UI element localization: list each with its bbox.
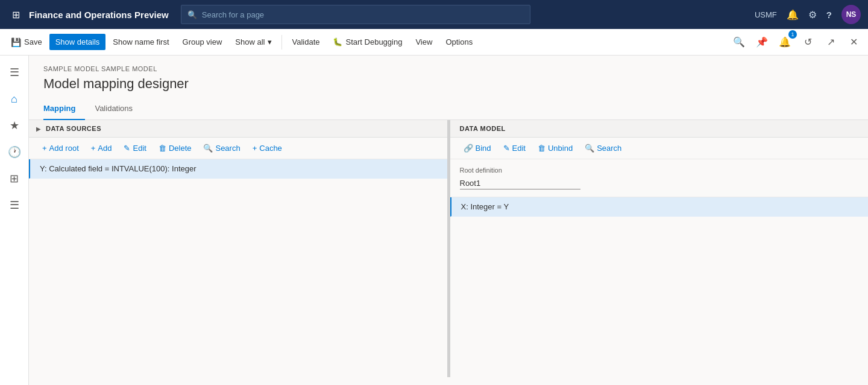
tab-validations[interactable]: Validations [95, 99, 142, 120]
debug-icon: 🐛 [333, 37, 342, 46]
data-model-list: X: Integer = Y [450, 197, 869, 217]
waffle-menu-icon[interactable]: ⊞ [7, 6, 24, 23]
sidebar-recent-icon[interactable]: 🕐 [2, 140, 27, 164]
data-sources-list: Y: Calculated field = INTVALUE(100): Int… [29, 159, 447, 179]
search-dm-icon: 🔍 [585, 144, 594, 153]
search-ds-button[interactable]: 🔍 Search [197, 141, 246, 155]
sidebar-home-icon[interactable]: ⌂ [2, 87, 27, 111]
notification-badge-count: 1 [788, 30, 797, 39]
save-icon: 💾 [11, 37, 21, 47]
panels-container: ▶ DATA SOURCES + Add root + Add ✎ E [29, 120, 868, 377]
options-button[interactable]: Options [439, 34, 479, 50]
delete-button[interactable]: 🗑 Delete [153, 141, 198, 155]
show-name-first-button[interactable]: Show name first [107, 34, 175, 50]
close-icon[interactable]: ✕ [844, 33, 863, 52]
show-all-button[interactable]: Show all ▾ [229, 34, 278, 50]
user-avatar[interactable]: NS [841, 5, 861, 24]
sidebar-workspaces-icon[interactable]: ⊞ [2, 167, 27, 191]
sidebar-modules-icon[interactable]: ☰ [2, 193, 27, 217]
data-sources-header: DATA SOURCES [46, 125, 101, 132]
bind-button[interactable]: 🔗 Bind [458, 141, 497, 155]
unbind-icon: 🗑 [538, 144, 546, 153]
notification-icon[interactable]: 🔔 1 [775, 33, 794, 52]
data-sources-panel: ▶ DATA SOURCES + Add root + Add ✎ E [29, 120, 448, 377]
page-title: Model mapping designer [43, 76, 854, 92]
cache-icon: + [253, 144, 257, 153]
delete-icon: 🗑 [159, 144, 166, 153]
edit-icon: ✎ [124, 144, 130, 153]
show-details-button[interactable]: Show details [49, 34, 106, 50]
start-debugging-button[interactable]: 🐛 Start Debugging [327, 34, 408, 50]
dropdown-chevron-icon: ▾ [268, 37, 272, 46]
cache-button[interactable]: + Cache [247, 141, 288, 155]
search-ds-icon: 🔍 [203, 144, 213, 153]
root-definition-label: Root definition [460, 167, 859, 174]
expand-arrow-icon[interactable]: ▶ [34, 124, 43, 133]
toolbar-separator [281, 35, 282, 49]
app-layout: ☰ ⌂ ★ 🕐 ⊞ ☰ SAMPLE MODEL SAMPLE MODEL Mo… [0, 56, 868, 385]
tab-mapping[interactable]: Mapping [43, 99, 85, 120]
data-model-row-label: X: Integer = Y [461, 202, 509, 211]
share-icon[interactable]: ↗ [821, 33, 840, 52]
validate-button[interactable]: Validate [286, 34, 326, 50]
group-view-button[interactable]: Group view [177, 34, 228, 50]
data-model-header: DATA MODEL [450, 120, 869, 138]
data-model-row[interactable]: X: Integer = Y [450, 197, 869, 217]
dm-edit-button[interactable]: ✎ Edit [497, 141, 532, 155]
global-search-box[interactable]: 🔍 [181, 5, 530, 24]
sidebar-collapse-icon[interactable]: ☰ [2, 60, 27, 84]
action-toolbar: 💾 Save Show details Show name first Grou… [0, 29, 868, 56]
toolbar-right-actions: 🔍 📌 🔔 1 ↺ ↗ ✕ [729, 33, 863, 52]
search-input[interactable] [202, 10, 524, 19]
sidebar-favorites-icon[interactable]: ★ [2, 113, 27, 138]
top-nav-right: USMF 🔔 ⚙ ? NS [755, 5, 861, 24]
left-sidebar: ☰ ⌂ ★ 🕐 ⊞ ☰ [0, 56, 29, 385]
help-icon[interactable]: ? [826, 10, 832, 20]
save-button[interactable]: 💾 Save [5, 34, 48, 51]
app-title: Finance and Operations Preview [29, 10, 169, 20]
tab-bar: Mapping Validations [29, 99, 868, 120]
page-header: SAMPLE MODEL SAMPLE MODEL Model mapping … [29, 56, 868, 92]
add-root-button[interactable]: + Add root [36, 141, 85, 155]
data-sources-toolbar: + Add root + Add ✎ Edit 🗑 Delete [29, 138, 447, 159]
dm-edit-icon: ✎ [503, 144, 510, 153]
environment-label: USMF [755, 10, 777, 19]
data-model-panel: DATA MODEL 🔗 Bind ✎ Edit 🗑 Unbind [450, 120, 869, 377]
bell-icon[interactable]: 🔔 [787, 9, 799, 21]
search-toolbar-icon[interactable]: 🔍 [729, 33, 749, 52]
add-icon: + [91, 144, 96, 153]
bind-icon: 🔗 [464, 144, 473, 153]
top-nav-bar: ⊞ Finance and Operations Preview 🔍 USMF … [0, 0, 868, 29]
add-button[interactable]: + Add [85, 141, 118, 155]
data-model-toolbar: 🔗 Bind ✎ Edit 🗑 Unbind 🔍 Search [450, 138, 869, 159]
search-icon: 🔍 [187, 10, 197, 19]
search-dm-button[interactable]: 🔍 Search [579, 141, 627, 155]
edit-button[interactable]: ✎ Edit [118, 141, 152, 155]
root-definition-input[interactable] [460, 177, 580, 189]
unbind-button[interactable]: 🗑 Unbind [532, 141, 579, 155]
refresh-icon[interactable]: ↺ [798, 33, 817, 52]
breadcrumb: SAMPLE MODEL SAMPLE MODEL [43, 65, 854, 72]
view-button[interactable]: View [409, 34, 438, 50]
add-root-icon: + [42, 144, 47, 153]
root-definition-section: Root definition [450, 159, 869, 197]
main-content: SAMPLE MODEL SAMPLE MODEL Model mapping … [29, 56, 868, 385]
data-source-row[interactable]: Y: Calculated field = INTVALUE(100): Int… [29, 159, 447, 179]
gear-icon[interactable]: ⚙ [808, 9, 817, 21]
data-source-row-label: Y: Calculated field = INTVALUE(100): Int… [40, 164, 197, 173]
pin-icon[interactable]: 📌 [752, 33, 772, 52]
